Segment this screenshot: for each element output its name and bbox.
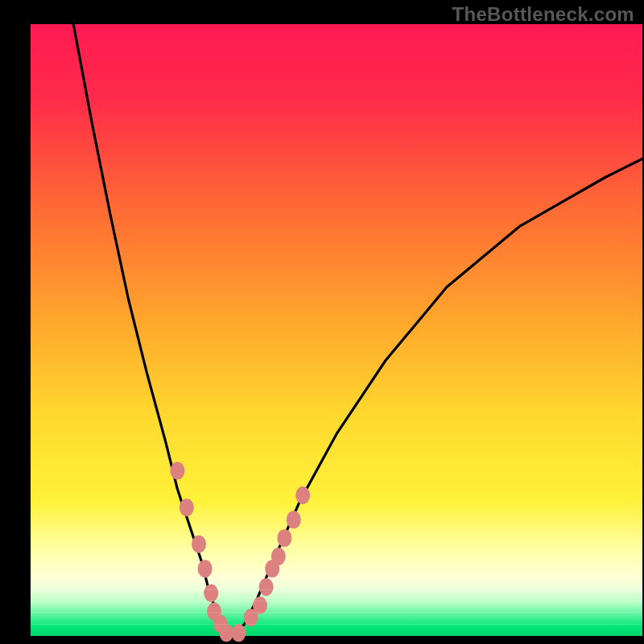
curve-marker <box>277 529 291 547</box>
chart-container: TheBottleneck.com <box>0 0 644 644</box>
curve-marker <box>259 578 274 596</box>
curve-marker <box>287 511 301 529</box>
curve-marker <box>204 584 218 602</box>
curve-marker <box>192 535 206 553</box>
gradient-background <box>31 24 642 636</box>
curve-marker <box>198 559 213 577</box>
watermark-text: TheBottleneck.com <box>452 3 634 26</box>
curve-marker <box>271 547 286 565</box>
curve-marker <box>180 498 194 516</box>
curve-marker <box>253 597 267 614</box>
curve-marker <box>295 486 310 504</box>
curve-marker <box>170 462 184 480</box>
curve-marker <box>231 624 246 642</box>
bottleneck-chart <box>0 0 644 644</box>
